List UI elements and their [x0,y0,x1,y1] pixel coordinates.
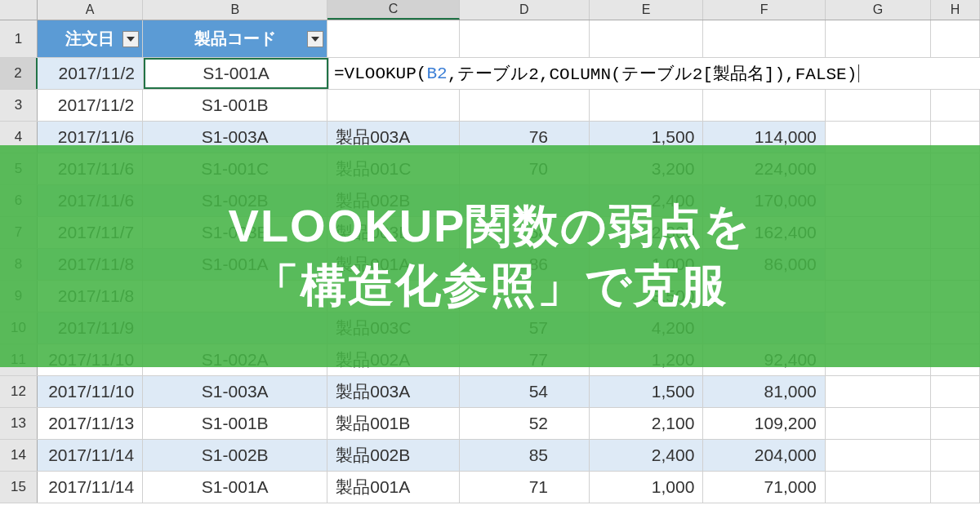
filter-icon[interactable] [307,31,323,47]
cell-F14[interactable]: 204,000 [703,440,825,471]
cell-B3[interactable]: S1-001B [143,90,327,121]
select-all-corner[interactable] [0,0,38,20]
cell-C14[interactable]: 製品002B [327,440,459,471]
cell-A14[interactable]: 2017/11/14 [38,440,143,471]
header-label: 注文日 [65,28,114,50]
row-header-1[interactable]: 1 [0,20,38,57]
cell-A13[interactable]: 2017/11/13 [38,408,143,439]
table-header-order-date[interactable]: 注文日 [38,20,143,57]
cell-B15[interactable]: S1-001A [143,472,327,503]
cell-A15[interactable]: 2017/11/14 [38,472,143,503]
cell-F3[interactable] [703,90,825,121]
col-header-D[interactable]: D [460,0,590,20]
column-headers: ABCDEFGH [0,0,980,20]
cell-A2[interactable]: 2017/11/2 [38,58,144,89]
cell-B12[interactable]: S1-003A [143,376,327,407]
cell-D14[interactable]: 85 [460,440,590,471]
cell-reference: B2 [426,64,447,83]
cell-B13[interactable]: S1-001B [143,408,327,439]
col-header-H[interactable]: H [931,0,980,20]
cell-E14[interactable]: 2,400 [590,440,703,471]
col-header-E[interactable]: E [590,0,703,20]
cell-H3[interactable] [931,90,980,121]
filter-icon[interactable] [122,31,139,47]
cell[interactable] [931,20,980,57]
cell-G13[interactable] [826,408,931,439]
header-label: 製品コード [194,28,276,50]
cell-E13[interactable]: 2,100 [590,408,703,439]
cell[interactable] [460,20,590,57]
cell-G12[interactable] [826,376,931,407]
cell-G14[interactable] [826,440,931,471]
cell[interactable] [327,20,459,57]
cell-A3[interactable]: 2017/11/2 [38,90,143,121]
cell-C15[interactable]: 製品001A [327,472,459,503]
cell-H15[interactable] [931,472,980,503]
row-header-12[interactable]: 12 [0,376,38,407]
overlay-line-1: VLOOKUP関数の弱点を [229,197,752,256]
table-header-product-code[interactable]: 製品コード [143,20,327,57]
overlay-line-2: 「構造化参照」で克服 [253,256,728,316]
row-header-3[interactable]: 3 [0,90,38,121]
cell-B14[interactable]: S1-002B [143,440,327,471]
cell-C12[interactable]: 製品003A [327,376,459,407]
col-header-B[interactable]: B [143,0,327,20]
cell-G15[interactable] [826,472,931,503]
row-header-13[interactable]: 13 [0,408,38,439]
cell-D15[interactable]: 71 [460,472,590,503]
cell-F13[interactable]: 109,200 [703,408,825,439]
formula-editor[interactable]: =VLOOKUP(B2,テーブル2,COLUMN(テーブル2[製品名]),FAL… [329,58,909,89]
cell-E15[interactable]: 1,000 [590,472,703,503]
cell-D12[interactable]: 54 [460,376,590,407]
cell-C3[interactable] [327,90,459,121]
cell[interactable] [826,20,931,57]
cell-A12[interactable]: 2017/11/10 [38,376,143,407]
row-header-2[interactable]: 2 [0,58,38,89]
cell-D13[interactable]: 52 [460,408,590,439]
cell-G3[interactable] [826,90,931,121]
cell[interactable] [590,20,703,57]
cell-H13[interactable] [931,408,980,439]
col-header-G[interactable]: G [826,0,931,20]
cell-D3[interactable] [460,90,590,121]
cell-F15[interactable]: 71,000 [703,472,825,503]
cell-H14[interactable] [931,440,980,471]
cell-B2[interactable]: S1-001A [144,58,329,89]
col-header-F[interactable]: F [703,0,825,20]
cell-C13[interactable]: 製品001B [327,408,459,439]
col-header-A[interactable]: A [38,0,143,20]
cell-H12[interactable] [931,376,980,407]
row-header-14[interactable]: 14 [0,440,38,471]
cell-F12[interactable]: 81,000 [703,376,825,407]
cell-E12[interactable]: 1,500 [590,376,703,407]
cell[interactable] [703,20,825,57]
row-header-15[interactable]: 15 [0,472,38,503]
title-overlay: VLOOKUP関数の弱点を 「構造化参照」で克服 [0,145,980,367]
cell-E3[interactable] [590,90,703,121]
col-header-C[interactable]: C [327,0,459,20]
